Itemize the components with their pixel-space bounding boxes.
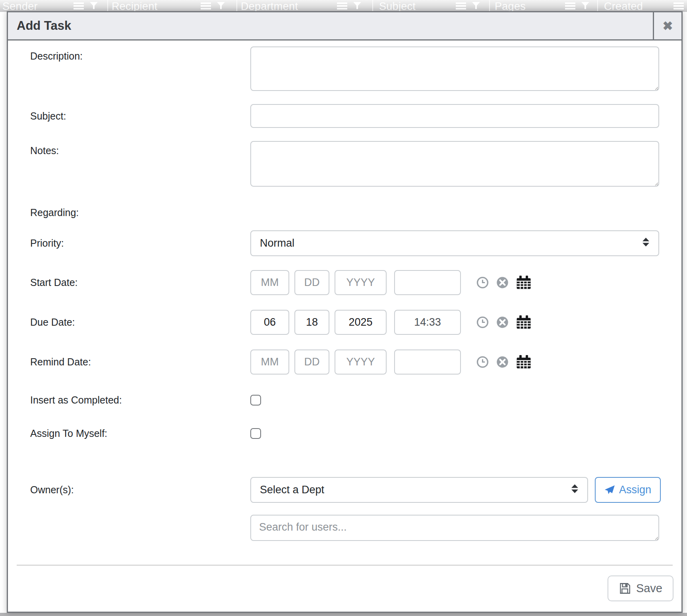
bg-sort-filter-icons xyxy=(201,2,225,10)
due-day-input[interactable] xyxy=(294,310,329,335)
remind-time-input[interactable] xyxy=(394,350,461,375)
due-clear-button[interactable] xyxy=(496,316,509,328)
add-task-dialog: Add Task ✖ Description: Subject: xyxy=(7,11,683,613)
save-floppy-icon xyxy=(619,582,631,595)
assign-to-myself-label: Assign To Myself: xyxy=(30,428,250,439)
close-button[interactable]: ✖ xyxy=(653,12,681,39)
user-search-input[interactable] xyxy=(250,515,659,541)
filter-icon xyxy=(89,2,98,10)
save-button[interactable]: Save xyxy=(608,575,673,601)
sort-icon xyxy=(456,2,466,10)
close-icon: ✖ xyxy=(663,19,673,33)
dialog-body: Description: Subject: Notes: xyxy=(8,41,681,611)
filter-icon xyxy=(217,2,225,10)
sort-icon xyxy=(673,2,684,10)
priority-selected-value: Normal xyxy=(260,237,294,249)
select-caret-icon xyxy=(571,484,579,496)
remind-time-button[interactable] xyxy=(476,356,489,368)
description-row: Description: xyxy=(30,46,659,91)
send-plane-icon xyxy=(604,485,615,495)
start-month-input[interactable] xyxy=(250,270,289,295)
owners-row: Owner(s): Select a Dept Assign xyxy=(30,477,659,503)
start-calendar-button[interactable] xyxy=(516,276,531,290)
filter-icon xyxy=(472,2,480,10)
sort-icon xyxy=(337,2,347,10)
remind-year-input[interactable] xyxy=(335,350,387,375)
clock-icon xyxy=(476,356,489,368)
calendar-icon xyxy=(516,315,531,329)
due-date-row: Due Date: xyxy=(30,310,659,335)
sort-icon xyxy=(201,2,211,10)
assign-button[interactable]: Assign xyxy=(595,477,661,503)
due-month-input[interactable] xyxy=(250,310,289,335)
bg-sort-filter-icons xyxy=(456,2,480,10)
calendar-icon xyxy=(516,355,531,369)
select-caret-icon xyxy=(642,237,650,249)
bg-column-divider xyxy=(489,0,490,12)
start-day-input[interactable] xyxy=(294,270,329,295)
clear-circle-icon xyxy=(496,316,509,328)
start-date-label: Start Date: xyxy=(30,277,250,288)
priority-row: Priority: Normal xyxy=(30,230,659,256)
dialog-title: Add Task xyxy=(8,12,653,39)
due-time-button[interactable] xyxy=(476,316,489,328)
priority-label: Priority: xyxy=(30,238,250,249)
assign-button-label: Assign xyxy=(619,484,651,496)
subject-row: Subject: xyxy=(30,104,659,128)
page: Sender Recipient Department Subject Page… xyxy=(0,0,687,616)
bg-sort-filter-icons xyxy=(673,2,684,10)
description-textarea[interactable] xyxy=(250,46,659,91)
sort-icon xyxy=(565,2,575,10)
bg-column-recipient: Recipient xyxy=(112,0,157,12)
bg-column-divider xyxy=(107,0,108,12)
assign-to-myself-checkbox[interactable] xyxy=(250,428,261,439)
bg-column-pages: Pages xyxy=(495,0,526,12)
insert-as-completed-label: Insert as Completed: xyxy=(30,394,250,406)
bg-column-created: Created xyxy=(604,0,643,12)
regarding-row: Regarding: xyxy=(30,205,659,220)
sort-icon xyxy=(74,2,84,10)
owners-label: Owner(s): xyxy=(30,484,250,496)
clear-circle-icon xyxy=(496,356,509,368)
clock-icon xyxy=(476,316,489,328)
due-calendar-button[interactable] xyxy=(516,315,531,329)
clock-icon xyxy=(476,276,489,289)
due-year-input[interactable] xyxy=(335,310,387,335)
due-time-input[interactable] xyxy=(394,310,461,335)
save-button-label: Save xyxy=(636,582,662,595)
subject-input xyxy=(250,104,659,128)
clear-circle-icon xyxy=(496,276,509,289)
start-clear-button[interactable] xyxy=(496,276,509,289)
start-time-button[interactable] xyxy=(476,276,489,289)
filter-icon xyxy=(581,2,590,10)
dialog-header: Add Task ✖ xyxy=(8,12,681,41)
notes-textarea[interactable] xyxy=(250,141,659,187)
background-bottom-strip xyxy=(0,613,687,616)
remind-date-row: Remind Date: xyxy=(30,350,659,375)
start-date-row: Start Date: xyxy=(30,270,659,295)
remind-day-input[interactable] xyxy=(294,350,329,375)
calendar-icon xyxy=(516,276,531,290)
assign-to-myself-row: Assign To Myself: xyxy=(30,428,659,439)
due-date-label: Due Date: xyxy=(30,317,250,328)
start-time-input[interactable] xyxy=(394,270,461,295)
bg-column-sender: Sender xyxy=(2,0,38,12)
subject-label: Subject: xyxy=(30,110,250,122)
department-selected-value: Select a Dept xyxy=(260,484,324,496)
background-table-header: Sender Recipient Department Subject Page… xyxy=(0,0,687,12)
remind-month-input[interactable] xyxy=(250,350,289,375)
bg-column-department: Department xyxy=(241,0,298,12)
remind-date-label: Remind Date: xyxy=(30,356,250,368)
insert-as-completed-checkbox[interactable] xyxy=(250,395,261,406)
start-year-input[interactable] xyxy=(335,270,387,295)
department-select[interactable]: Select a Dept xyxy=(250,477,588,503)
remind-clear-button[interactable] xyxy=(496,356,509,368)
notes-label: Notes: xyxy=(30,141,250,156)
bg-column-divider xyxy=(372,0,373,12)
notes-row: Notes: xyxy=(30,141,659,187)
remind-calendar-button[interactable] xyxy=(516,355,531,369)
bg-column-divider xyxy=(236,0,237,12)
priority-select[interactable]: Normal xyxy=(250,230,659,256)
insert-as-completed-row: Insert as Completed: xyxy=(30,394,659,406)
bg-sort-filter-icons xyxy=(337,2,362,10)
